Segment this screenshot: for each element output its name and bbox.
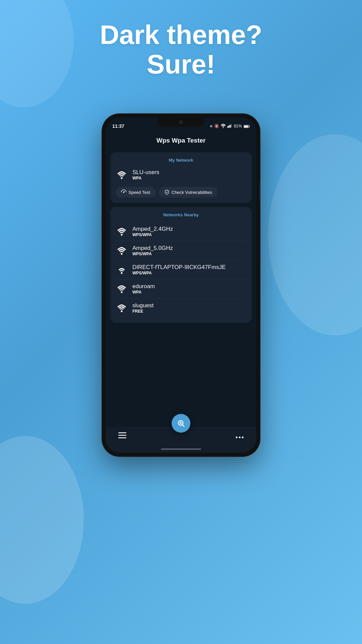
svg-rect-4 bbox=[231, 124, 232, 128]
my-network-label: My Network bbox=[116, 158, 246, 163]
wifi-icon bbox=[116, 302, 128, 314]
bluetooth-icon: ∗ bbox=[209, 124, 213, 128]
svg-point-11 bbox=[121, 253, 122, 255]
nearby-network-info: sluguest FREE bbox=[132, 302, 246, 314]
phone-screen: 11:37 ∗ 🔇 bbox=[106, 117, 256, 453]
bg-blob-left bbox=[0, 436, 84, 604]
svg-point-14 bbox=[121, 310, 122, 312]
app-bar: Wps Wpa Tester bbox=[106, 132, 256, 149]
wifi-icon bbox=[116, 225, 128, 237]
nearby-network-info: eduroam WPA bbox=[132, 283, 246, 294]
nearby-network-type: WPS/WPA bbox=[132, 232, 246, 237]
wifi-signal-icon bbox=[221, 123, 226, 129]
phone-notch bbox=[158, 117, 204, 127]
headline-line1: Dark theme? bbox=[100, 20, 262, 50]
my-network-type: WPA bbox=[132, 176, 246, 180]
nearby-network-name: Amped_2.4GHz bbox=[132, 226, 246, 232]
svg-rect-2 bbox=[228, 125, 229, 127]
svg-rect-19 bbox=[118, 432, 126, 433]
nearby-network-type: WPA bbox=[132, 290, 246, 294]
nearby-network-type: WPS/WPA bbox=[132, 252, 246, 256]
svg-point-12 bbox=[121, 272, 122, 274]
svg-point-22 bbox=[236, 437, 238, 438]
nearby-network-type: FREE bbox=[132, 309, 246, 314]
menu-button[interactable] bbox=[116, 430, 129, 443]
svg-rect-6 bbox=[244, 125, 248, 127]
speed-test-label: Speed Test bbox=[128, 190, 150, 195]
status-time: 11:37 bbox=[112, 123, 124, 129]
my-network-name: SLU-users bbox=[132, 169, 246, 176]
headline-line2: Sure! bbox=[147, 49, 216, 79]
check-vulnerabilities-button[interactable]: Check Vulnerabilities bbox=[159, 187, 218, 198]
list-item[interactable]: eduroam WPA bbox=[116, 279, 246, 299]
wifi-icon bbox=[116, 283, 128, 295]
svg-rect-3 bbox=[230, 125, 231, 127]
svg-line-16 bbox=[183, 425, 184, 427]
nearby-network-name: sluguest bbox=[132, 302, 246, 309]
nearby-network-info: DIRECT-fTLAPTOP-9ICKG47FmsJE WPS/WPA bbox=[132, 264, 246, 275]
fab-container bbox=[172, 414, 190, 433]
speed-test-button[interactable]: Speed Test bbox=[116, 187, 156, 198]
svg-point-23 bbox=[239, 437, 241, 438]
svg-point-13 bbox=[121, 291, 122, 293]
action-buttons: Speed Test Check Vulnerabilities bbox=[116, 187, 246, 198]
svg-point-0 bbox=[223, 127, 224, 128]
headline: Dark theme? Sure! bbox=[0, 20, 362, 79]
svg-rect-21 bbox=[118, 437, 126, 438]
networks-nearby-card: Networks Nearby Amped_2.4GHz WPS/WPA bbox=[110, 207, 252, 323]
svg-rect-1 bbox=[227, 126, 228, 127]
battery-text: 81% bbox=[234, 124, 250, 128]
phone-frame: 11:37 ∗ 🔇 bbox=[102, 114, 260, 456]
networks-nearby-label: Networks Nearby bbox=[116, 212, 246, 217]
svg-point-24 bbox=[242, 437, 244, 438]
page-header: Dark theme? Sure! bbox=[0, 20, 362, 79]
more-options-button[interactable] bbox=[233, 430, 246, 443]
app-title: Wps Wpa Tester bbox=[157, 137, 205, 144]
svg-point-8 bbox=[121, 177, 122, 179]
wifi-icon bbox=[116, 245, 128, 257]
home-indicator-bar bbox=[161, 448, 201, 450]
hamburger-icon bbox=[118, 432, 126, 438]
my-network-item[interactable]: SLU-users WPA bbox=[116, 167, 246, 182]
signal-bars-icon bbox=[227, 123, 232, 129]
home-indicator bbox=[106, 445, 256, 453]
scan-fab-button[interactable] bbox=[172, 414, 190, 433]
status-icons: ∗ 🔇 bbox=[209, 123, 250, 129]
list-item[interactable]: Amped_2.4GHz WPS/WPA bbox=[116, 222, 246, 241]
wifi-icon bbox=[116, 264, 128, 276]
svg-point-10 bbox=[121, 234, 122, 235]
my-network-card: My Network SLU-users WPA bbox=[110, 152, 252, 203]
svg-rect-7 bbox=[249, 126, 250, 127]
shield-icon bbox=[164, 190, 170, 195]
mute-icon: 🔇 bbox=[214, 124, 219, 128]
nearby-network-name: eduroam bbox=[132, 283, 246, 290]
list-item[interactable]: DIRECT-fTLAPTOP-9ICKG47FmsJE WPS/WPA bbox=[116, 260, 246, 279]
speedometer-icon bbox=[121, 190, 126, 195]
bg-blob-right bbox=[268, 134, 362, 335]
scan-search-icon bbox=[177, 419, 185, 427]
main-content: My Network SLU-users WPA bbox=[106, 149, 256, 427]
svg-rect-20 bbox=[118, 435, 126, 436]
my-network-wifi-icon bbox=[116, 169, 128, 181]
nearby-network-info: Amped_2.4GHz WPS/WPA bbox=[132, 226, 246, 237]
nearby-network-name: DIRECT-fTLAPTOP-9ICKG47FmsJE bbox=[132, 264, 246, 271]
check-vuln-label: Check Vulnerabilities bbox=[172, 190, 212, 195]
list-item[interactable]: Amped_5.0GHz WPS/WPA bbox=[116, 241, 246, 260]
camera-cutout bbox=[179, 120, 183, 124]
nearby-network-info: Amped_5.0GHz WPS/WPA bbox=[132, 245, 246, 256]
list-item[interactable]: sluguest FREE bbox=[116, 299, 246, 317]
my-network-info: SLU-users WPA bbox=[132, 169, 246, 180]
nearby-network-type: WPS/WPA bbox=[132, 271, 246, 275]
volume-button bbox=[259, 181, 260, 201]
more-dots-icon bbox=[236, 436, 244, 438]
nearby-network-name: Amped_5.0GHz bbox=[132, 245, 246, 252]
